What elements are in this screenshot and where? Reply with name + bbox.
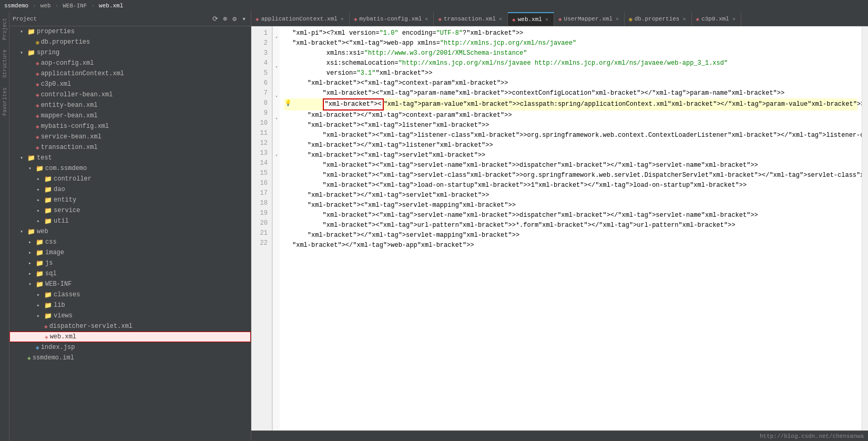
- expand-arrow[interactable]: ▸: [37, 186, 44, 193]
- tab-mybatis-config[interactable]: ◈mybatis-config.xml✕: [350, 12, 434, 26]
- sidebar-item-ssmdemo-iml[interactable]: ◈ssmdemo.iml: [9, 353, 251, 363]
- sidebar-item-web-folder[interactable]: ▾📁web: [9, 226, 251, 237]
- sidebar-item-comssmdemo-folder[interactable]: ▾📁com.ssmdemo: [9, 163, 251, 174]
- tab-web-xml[interactable]: ◈web.xml✕: [508, 12, 554, 26]
- hide-icon[interactable]: ▾: [240, 14, 248, 24]
- fold-btn-21[interactable]: [273, 174, 280, 181]
- sidebar-item-js-folder[interactable]: ▸📁js: [9, 258, 251, 268]
- expand-arrow[interactable]: ▸: [28, 249, 36, 256]
- code-area[interactable]: "xml-pi"><?xml version="1.0" encoding="U…: [280, 26, 862, 430]
- sidebar-item-controller-bean[interactable]: ◈controller-bean.xml: [9, 89, 251, 100]
- sidebar-item-mybatis-config[interactable]: ◈mybatis-config.xml: [9, 121, 251, 132]
- sidebar-item-index-jsp[interactable]: ◈index.jsp: [9, 342, 251, 353]
- tab-close-button[interactable]: ✕: [498, 16, 503, 22]
- expand-arrow[interactable]: ▸: [37, 176, 44, 182]
- project-label[interactable]: ssmdemo: [4, 3, 28, 9]
- tab-close-button[interactable]: ✕: [731, 16, 737, 22]
- tab-close-button[interactable]: ✕: [681, 16, 687, 22]
- sidebar-item-transaction[interactable]: ◈transaction.xml: [9, 142, 251, 153]
- sidebar-item-dao-folder[interactable]: ▸📁dao: [9, 184, 251, 195]
- sidebar-item-sql-folder[interactable]: ▸📁sql: [9, 268, 251, 279]
- sidebar-item-mapper-bean[interactable]: ◈mapper-bean.xml: [9, 111, 251, 121]
- webinf-label[interactable]: WEB-INF: [63, 3, 87, 9]
- sidebar-item-spring-folder[interactable]: ▾📁spring: [9, 47, 251, 58]
- tab-close-button[interactable]: ✕: [340, 16, 345, 22]
- collapse-arrow[interactable]: ▾: [28, 281, 36, 287]
- sidebar-item-properties-folder[interactable]: ▾📁properties: [9, 26, 251, 37]
- collapse-arrow[interactable]: ▾: [20, 228, 27, 235]
- sidebar-item-service-bean[interactable]: ◈service-bean.xml: [9, 132, 251, 142]
- collapse-arrow[interactable]: ▾: [20, 49, 27, 56]
- sidebar-item-applicationContext[interactable]: ◈applicationContext.xml: [9, 68, 251, 79]
- sidebar-item-image-folder[interactable]: ▸📁image: [9, 247, 251, 258]
- sidebar-item-controller-folder[interactable]: ▸📁controller: [9, 174, 251, 184]
- fold-btn-16[interactable]: [273, 137, 280, 144]
- expand-arrow[interactable]: ▸: [37, 207, 44, 214]
- sidebar-item-db-properties[interactable]: ◉db.properties: [9, 37, 251, 47]
- vtab-structure[interactable]: Structure: [0, 45, 9, 82]
- fold-btn-8[interactable]: [273, 78, 280, 85]
- expand-arrow[interactable]: ▸: [28, 239, 36, 245]
- sidebar-item-entity-folder[interactable]: ▸📁entity: [9, 195, 251, 205]
- fold-btn-14[interactable]: [273, 122, 280, 129]
- settings-icon[interactable]: ⚙: [231, 14, 238, 24]
- expand-arrow[interactable]: ▸: [37, 313, 44, 319]
- expand-arrow[interactable]: ▸: [37, 302, 44, 308]
- sidebar-item-util-folder[interactable]: ▸📁util: [9, 216, 251, 226]
- web-label[interactable]: web: [40, 3, 51, 9]
- expand-arrow[interactable]: ▸: [37, 218, 44, 224]
- fold-btn-1[interactable]: [273, 26, 280, 34]
- tab-transaction[interactable]: ◈transaction.xml✕: [434, 12, 508, 26]
- sidebar-item-css-folder[interactable]: ▸📁css: [9, 237, 251, 247]
- fold-btn-18[interactable]: ▾: [273, 152, 280, 159]
- tab-db-properties[interactable]: ◉db.properties✕: [625, 12, 691, 26]
- sidebar-item-classes-folder[interactable]: ▸📁classes: [9, 289, 251, 300]
- sidebar-item-test-folder[interactable]: ▾📁test: [9, 153, 251, 163]
- sidebar-item-lib-folder[interactable]: ▸📁lib: [9, 300, 251, 310]
- fold-btn-12[interactable]: [273, 107, 280, 115]
- expand-arrow[interactable]: ▸: [37, 197, 44, 203]
- tab-icon: ◈: [438, 16, 442, 23]
- fold-btn-6[interactable]: ▾: [273, 63, 280, 71]
- collapse-arrow[interactable]: ▾: [20, 155, 27, 161]
- fold-btn-15[interactable]: [273, 129, 280, 137]
- vtab-project[interactable]: Project: [0, 14, 9, 44]
- vtab-favorites[interactable]: Favorites: [0, 83, 9, 120]
- sidebar-item-views-folder[interactable]: ▸📁views: [9, 310, 251, 321]
- pin-icon[interactable]: ⊕: [222, 14, 229, 24]
- fold-btn-11[interactable]: [273, 100, 280, 107]
- fold-btn-3[interactable]: [273, 41, 280, 48]
- expand-arrow[interactable]: ▸: [28, 260, 36, 266]
- sidebar-item-web-xml[interactable]: ◈web.xml: [9, 332, 251, 342]
- sidebar-item-webinf-folder[interactable]: ▾📁WEB-INF: [9, 279, 251, 289]
- tab-close-button[interactable]: ✕: [615, 16, 620, 22]
- collapse-arrow[interactable]: ▾: [20, 28, 27, 35]
- tab-close-button[interactable]: ✕: [544, 16, 549, 23]
- file-label[interactable]: web.xml: [99, 3, 123, 9]
- fold-btn-17[interactable]: [273, 144, 280, 152]
- fold-btn-4[interactable]: [273, 48, 280, 56]
- expand-arrow[interactable]: ▸: [28, 270, 36, 277]
- tab-c3p0[interactable]: ◈c3p0.xml✕: [692, 12, 741, 26]
- fold-btn-13[interactable]: ▾: [273, 115, 280, 122]
- fold-btn-19[interactable]: [273, 159, 280, 166]
- sync-icon[interactable]: ⟳: [211, 14, 220, 24]
- fold-btn-5[interactable]: [273, 56, 280, 63]
- sidebar-item-dispatcher-servlet[interactable]: ◈dispatcher-servlet.xml: [9, 321, 251, 332]
- fold-btn-22[interactable]: [273, 181, 280, 188]
- expand-arrow[interactable]: ▸: [37, 292, 44, 298]
- sidebar-item-c3p0[interactable]: ◈c3p0.xml: [9, 79, 251, 89]
- tab-UserMapper[interactable]: ◈UserMapper.xml✕: [554, 12, 625, 26]
- fold-btn-7[interactable]: [273, 71, 280, 78]
- fold-btn-2[interactable]: ▾: [273, 34, 280, 41]
- fold-btn-10[interactable]: ▾: [273, 93, 280, 100]
- sidebar-item-aop-config[interactable]: ◈aop-config.xml: [9, 58, 251, 68]
- line-number-20: 20: [253, 218, 268, 228]
- fold-btn-9[interactable]: [273, 85, 280, 93]
- tab-close-button[interactable]: ✕: [424, 16, 429, 22]
- sidebar-item-entity-bean[interactable]: ◈entity-bean.xml: [9, 100, 251, 111]
- tab-applicationContext[interactable]: ◈applicationContext.xml✕: [251, 12, 350, 26]
- sidebar-item-service-folder[interactable]: ▸📁service: [9, 205, 251, 216]
- collapse-arrow[interactable]: ▾: [28, 165, 36, 172]
- fold-btn-20[interactable]: [273, 166, 280, 174]
